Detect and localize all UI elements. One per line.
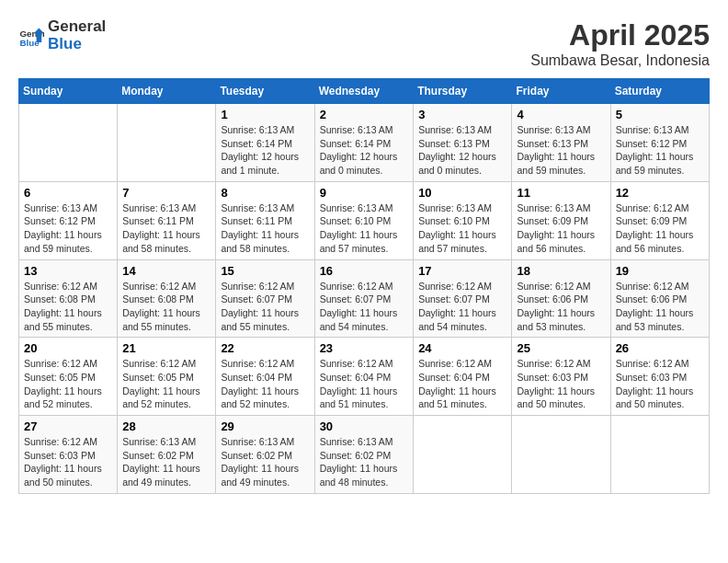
day-number: 4 xyxy=(517,108,605,121)
calendar-cell: 7Sunrise: 6:13 AM Sunset: 6:11 PM Daylig… xyxy=(118,181,216,259)
calendar-cell: 5Sunrise: 6:13 AM Sunset: 6:12 PM Daylig… xyxy=(610,104,709,182)
day-info: Sunrise: 6:13 AM Sunset: 6:09 PM Dayligh… xyxy=(517,201,605,256)
day-number: 7 xyxy=(122,186,210,200)
day-number: 19 xyxy=(616,264,704,278)
day-number: 27 xyxy=(24,419,112,433)
day-info: Sunrise: 6:12 AM Sunset: 6:07 PM Dayligh… xyxy=(221,280,309,334)
day-number: 10 xyxy=(418,186,506,200)
day-number: 22 xyxy=(221,341,309,355)
calendar-week-row: 1Sunrise: 6:13 AM Sunset: 6:14 PM Daylig… xyxy=(19,104,710,182)
calendar-cell: 18Sunrise: 6:12 AM Sunset: 6:06 PM Dayli… xyxy=(512,259,610,338)
calendar-cell xyxy=(19,104,118,182)
calendar-cell: 1Sunrise: 6:13 AM Sunset: 6:14 PM Daylig… xyxy=(216,104,314,182)
day-number: 6 xyxy=(24,186,112,200)
day-info: Sunrise: 6:13 AM Sunset: 6:02 PM Dayligh… xyxy=(221,435,309,489)
calendar-cell: 22Sunrise: 6:12 AM Sunset: 6:04 PM Dayli… xyxy=(216,338,314,416)
calendar-cell: 13Sunrise: 6:12 AM Sunset: 6:08 PM Dayli… xyxy=(19,259,118,338)
page-title: April 2025 xyxy=(530,18,710,52)
day-info: Sunrise: 6:13 AM Sunset: 6:10 PM Dayligh… xyxy=(418,201,506,256)
calendar-cell xyxy=(512,416,610,494)
day-number: 9 xyxy=(320,186,409,200)
calendar-table: SundayMondayTuesdayWednesdayThursdayFrid… xyxy=(18,78,710,494)
day-info: Sunrise: 6:13 AM Sunset: 6:13 PM Dayligh… xyxy=(418,123,506,178)
day-number: 1 xyxy=(221,108,309,121)
day-info: Sunrise: 6:12 AM Sunset: 6:07 PM Dayligh… xyxy=(418,280,506,334)
day-number: 8 xyxy=(221,186,309,200)
calendar-cell: 23Sunrise: 6:12 AM Sunset: 6:04 PM Dayli… xyxy=(314,338,414,416)
logo-line1: General xyxy=(48,18,106,36)
day-number: 25 xyxy=(517,341,605,355)
day-info: Sunrise: 6:12 AM Sunset: 6:05 PM Dayligh… xyxy=(24,357,112,411)
day-info: Sunrise: 6:12 AM Sunset: 6:03 PM Dayligh… xyxy=(24,435,112,489)
header-cell-saturday: Saturday xyxy=(610,79,709,104)
calendar-cell: 25Sunrise: 6:12 AM Sunset: 6:03 PM Dayli… xyxy=(512,338,610,416)
day-number: 18 xyxy=(517,264,605,278)
day-info: Sunrise: 6:12 AM Sunset: 6:09 PM Dayligh… xyxy=(616,201,704,256)
header-cell-monday: Monday xyxy=(118,79,216,104)
day-info: Sunrise: 6:12 AM Sunset: 6:08 PM Dayligh… xyxy=(24,280,112,334)
calendar-cell: 16Sunrise: 6:12 AM Sunset: 6:07 PM Dayli… xyxy=(314,259,414,338)
calendar-week-row: 20Sunrise: 6:12 AM Sunset: 6:05 PM Dayli… xyxy=(19,338,710,416)
day-info: Sunrise: 6:13 AM Sunset: 6:11 PM Dayligh… xyxy=(221,201,309,256)
day-info: Sunrise: 6:12 AM Sunset: 6:04 PM Dayligh… xyxy=(221,357,309,411)
day-number: 17 xyxy=(418,264,506,278)
day-info: Sunrise: 6:13 AM Sunset: 6:12 PM Dayligh… xyxy=(24,201,112,256)
day-number: 12 xyxy=(616,186,704,200)
day-info: Sunrise: 6:13 AM Sunset: 6:13 PM Dayligh… xyxy=(517,123,605,178)
header-cell-tuesday: Tuesday xyxy=(216,79,314,104)
day-info: Sunrise: 6:12 AM Sunset: 6:06 PM Dayligh… xyxy=(616,280,704,334)
calendar-cell: 20Sunrise: 6:12 AM Sunset: 6:05 PM Dayli… xyxy=(19,338,118,416)
header-cell-sunday: Sunday xyxy=(19,79,118,104)
day-number: 15 xyxy=(221,264,309,278)
calendar-cell: 21Sunrise: 6:12 AM Sunset: 6:05 PM Dayli… xyxy=(118,338,216,416)
day-number: 30 xyxy=(320,419,409,433)
calendar-cell xyxy=(118,104,216,182)
calendar-week-row: 13Sunrise: 6:12 AM Sunset: 6:08 PM Dayli… xyxy=(19,259,710,338)
calendar-cell: 4Sunrise: 6:13 AM Sunset: 6:13 PM Daylig… xyxy=(512,104,610,182)
calendar-cell: 10Sunrise: 6:13 AM Sunset: 6:10 PM Dayli… xyxy=(414,181,512,259)
title-block: April 2025 Sumbawa Besar, Indonesia xyxy=(530,18,710,69)
header-cell-friday: Friday xyxy=(512,79,610,104)
calendar-week-row: 27Sunrise: 6:12 AM Sunset: 6:03 PM Dayli… xyxy=(19,416,710,494)
day-info: Sunrise: 6:13 AM Sunset: 6:14 PM Dayligh… xyxy=(221,123,309,178)
day-info: Sunrise: 6:12 AM Sunset: 6:03 PM Dayligh… xyxy=(616,357,704,411)
calendar-cell: 29Sunrise: 6:13 AM Sunset: 6:02 PM Dayli… xyxy=(216,416,314,494)
day-number: 21 xyxy=(122,341,210,355)
day-info: Sunrise: 6:12 AM Sunset: 6:03 PM Dayligh… xyxy=(517,357,605,411)
day-info: Sunrise: 6:13 AM Sunset: 6:02 PM Dayligh… xyxy=(320,435,409,489)
calendar-cell: 2Sunrise: 6:13 AM Sunset: 6:14 PM Daylig… xyxy=(314,104,414,182)
day-info: Sunrise: 6:12 AM Sunset: 6:05 PM Dayligh… xyxy=(122,357,210,411)
calendar-cell: 9Sunrise: 6:13 AM Sunset: 6:10 PM Daylig… xyxy=(314,181,414,259)
calendar-cell xyxy=(610,416,709,494)
day-number: 26 xyxy=(616,341,704,355)
day-info: Sunrise: 6:13 AM Sunset: 6:02 PM Dayligh… xyxy=(122,435,210,489)
logo: General Blue General Blue xyxy=(18,18,106,52)
day-number: 23 xyxy=(320,341,409,355)
day-info: Sunrise: 6:12 AM Sunset: 6:04 PM Dayligh… xyxy=(418,357,506,411)
header-cell-wednesday: Wednesday xyxy=(314,79,414,104)
calendar-cell: 26Sunrise: 6:12 AM Sunset: 6:03 PM Dayli… xyxy=(610,338,709,416)
day-number: 24 xyxy=(418,341,506,355)
header-cell-thursday: Thursday xyxy=(414,79,512,104)
day-number: 28 xyxy=(122,419,210,433)
day-number: 20 xyxy=(24,341,112,355)
calendar-cell: 19Sunrise: 6:12 AM Sunset: 6:06 PM Dayli… xyxy=(610,259,709,338)
day-info: Sunrise: 6:13 AM Sunset: 6:14 PM Dayligh… xyxy=(320,123,409,178)
day-number: 13 xyxy=(24,264,112,278)
calendar-cell: 3Sunrise: 6:13 AM Sunset: 6:13 PM Daylig… xyxy=(414,104,512,182)
calendar-cell xyxy=(414,416,512,494)
logo-icon: General Blue xyxy=(18,23,44,49)
calendar-cell: 24Sunrise: 6:12 AM Sunset: 6:04 PM Dayli… xyxy=(414,338,512,416)
day-number: 29 xyxy=(221,419,309,433)
calendar-cell: 12Sunrise: 6:12 AM Sunset: 6:09 PM Dayli… xyxy=(610,181,709,259)
calendar-cell: 27Sunrise: 6:12 AM Sunset: 6:03 PM Dayli… xyxy=(19,416,118,494)
calendar-cell: 30Sunrise: 6:13 AM Sunset: 6:02 PM Dayli… xyxy=(314,416,414,494)
day-number: 11 xyxy=(517,186,605,200)
day-info: Sunrise: 6:12 AM Sunset: 6:07 PM Dayligh… xyxy=(320,280,409,334)
logo-line2: Blue xyxy=(48,36,106,53)
calendar-header-row: SundayMondayTuesdayWednesdayThursdayFrid… xyxy=(19,79,710,104)
day-info: Sunrise: 6:12 AM Sunset: 6:04 PM Dayligh… xyxy=(320,357,409,411)
calendar-cell: 14Sunrise: 6:12 AM Sunset: 6:08 PM Dayli… xyxy=(118,259,216,338)
calendar-cell: 28Sunrise: 6:13 AM Sunset: 6:02 PM Dayli… xyxy=(118,416,216,494)
day-info: Sunrise: 6:13 AM Sunset: 6:10 PM Dayligh… xyxy=(320,201,409,256)
